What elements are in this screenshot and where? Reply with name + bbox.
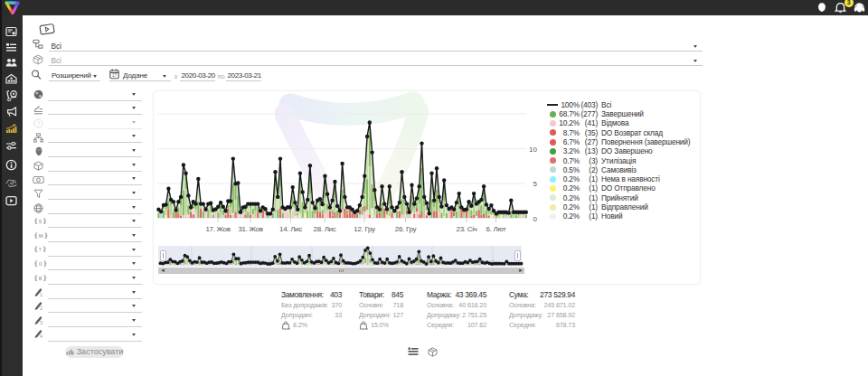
svg-text:17. Жов: 17. Жов [205,225,230,233]
svg-text:x: x [366,326,368,330]
svg-text:26. Гру: 26. Гру [395,225,417,233]
svg-text:x: x [288,326,290,330]
svg-text:31. Жов: 31. Жов [238,225,262,233]
svg-text:14. Лис: 14. Лис [279,225,302,233]
svg-text:4: 4 [40,334,42,340]
svg-text:5: 5 [533,180,538,188]
svg-text:?: ? [37,120,41,127]
svg-text:1: 1 [40,292,42,297]
svg-text:0: 0 [533,215,538,223]
svg-text:12. Гру: 12. Гру [354,225,375,233]
svg-text:23. Січ: 23. Січ [457,225,477,233]
svg-text:3: 3 [40,320,42,325]
svg-text:28. Лис: 28. Лис [314,225,336,233]
svg-text:10: 10 [529,146,537,154]
svg-text:2: 2 [40,306,42,311]
svg-text:6. Лют: 6. Лют [486,225,506,233]
